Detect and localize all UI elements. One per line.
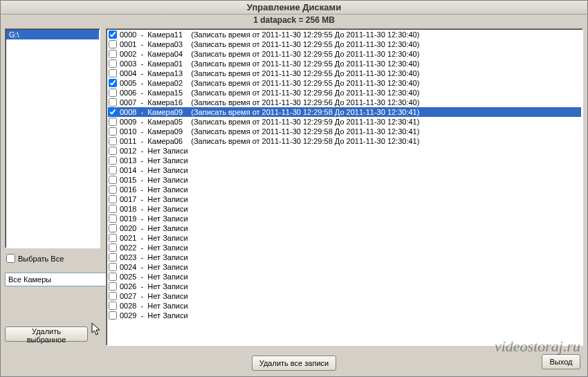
exit-button[interactable]: Выход [542, 354, 580, 369]
list-item[interactable]: 0024 - Нет Записи [108, 262, 581, 272]
row-checkbox[interactable] [109, 30, 117, 39]
row-text: 0010 - Камера09 (Записать время от 2011-… [120, 127, 419, 136]
row-text: 0017 - Нет Записи [120, 194, 188, 204]
list-item[interactable]: 0009 - Камера05 (Записать время от 2011-… [108, 117, 581, 127]
select-all-input[interactable] [6, 254, 15, 263]
list-item[interactable]: 0020 - Нет Записи [108, 223, 581, 233]
row-text: 0011 - Камера06 (Записать время от 2011-… [120, 136, 419, 146]
drive-item[interactable]: G:\ [6, 30, 99, 39]
list-item[interactable]: 0006 - Камера15 (Записать время от 2011-… [108, 88, 581, 98]
drive-listbox[interactable]: G:\ [5, 28, 100, 248]
bottom-bar: Удалить все записи Выход videostoraj.ru [1, 350, 587, 376]
row-checkbox[interactable] [109, 282, 117, 291]
row-checkbox[interactable] [109, 89, 117, 97]
row-checkbox[interactable] [109, 127, 117, 136]
list-item[interactable]: 0018 - Нет Записи [108, 204, 581, 214]
row-checkbox[interactable] [109, 205, 117, 213]
row-text: 0007 - Камера16 (Записать время от 2011-… [120, 98, 419, 107]
list-item[interactable]: 0026 - Нет Записи [108, 282, 581, 291]
row-checkbox[interactable] [109, 224, 117, 232]
row-checkbox[interactable] [109, 166, 117, 174]
list-item[interactable]: 0029 - Нет Записи [108, 311, 581, 320]
row-checkbox[interactable] [109, 311, 117, 320]
row-checkbox[interactable] [109, 195, 117, 203]
camera-filter-combo[interactable] [5, 273, 100, 286]
row-text: 0019 - Нет Записи [120, 214, 188, 223]
list-item[interactable]: 0007 - Камера16 (Записать время от 2011-… [108, 98, 581, 107]
list-item[interactable]: 0004 - Камера13 (Записать время от 2011-… [108, 68, 581, 78]
window-title: Управление Дисками [1, 1, 587, 15]
row-checkbox[interactable] [109, 292, 117, 300]
delete-all-button[interactable]: Удалить все записи [252, 356, 336, 371]
row-checkbox[interactable] [109, 253, 117, 261]
row-checkbox[interactable] [109, 147, 117, 155]
row-text: 0023 - Нет Записи [120, 252, 188, 262]
row-checkbox[interactable] [109, 273, 117, 281]
list-item[interactable]: 0005 - Камера02 (Записать время от 2011-… [108, 78, 581, 88]
row-text: 0003 - Камера01 (Записать время от 2011-… [120, 59, 419, 68]
row-text: 0022 - Нет Записи [120, 243, 188, 252]
row-text: 0025 - Нет Записи [120, 272, 188, 282]
row-checkbox[interactable] [109, 243, 117, 252]
list-item[interactable]: 0015 - Нет Записи [108, 175, 581, 185]
list-item[interactable]: 0017 - Нет Записи [108, 194, 581, 204]
row-text: 0002 - Камера04 (Записать время от 2011-… [120, 49, 419, 59]
list-item[interactable]: 0003 - Камера01 (Записать время от 2011-… [108, 59, 581, 68]
row-checkbox[interactable] [109, 69, 117, 77]
recordings-listbox[interactable]: 0000 - Камера11 (Записать время от 2011-… [106, 28, 583, 346]
row-checkbox[interactable] [109, 98, 117, 107]
row-checkbox[interactable] [109, 40, 117, 48]
select-all-checkbox[interactable]: Выбрать Все [6, 254, 99, 263]
row-checkbox[interactable] [109, 50, 117, 58]
row-text: 0001 - Камера03 (Записать время от 2011-… [120, 39, 419, 49]
row-checkbox[interactable] [109, 59, 117, 68]
list-item[interactable]: 0014 - Нет Записи [108, 165, 581, 175]
row-text: 0014 - Нет Записи [120, 165, 188, 175]
list-item[interactable]: 0023 - Нет Записи [108, 252, 581, 262]
row-text: 0028 - Нет Записи [120, 301, 188, 311]
list-item[interactable]: 0002 - Камера04 (Записать время от 2011-… [108, 49, 581, 59]
right-panel: 0000 - Камера11 (Записать время от 2011-… [106, 28, 583, 346]
list-item[interactable]: 0000 - Камера11 (Записать время от 2011-… [108, 30, 581, 39]
row-checkbox[interactable] [109, 156, 117, 165]
row-text: 0021 - Нет Записи [120, 233, 188, 243]
row-checkbox[interactable] [109, 185, 117, 194]
row-text: 0016 - Нет Записи [120, 185, 188, 194]
list-item[interactable]: 0001 - Камера03 (Записать время от 2011-… [108, 39, 581, 49]
list-item[interactable]: 0028 - Нет Записи [108, 301, 581, 311]
row-checkbox[interactable] [109, 302, 117, 310]
select-all-label: Выбрать Все [18, 255, 64, 263]
list-item[interactable]: 0008 - Камера09 (Записать время от 2011-… [108, 107, 581, 117]
list-item[interactable]: 0016 - Нет Записи [108, 185, 581, 194]
row-text: 0006 - Камера15 (Записать время от 2011-… [120, 88, 419, 98]
row-checkbox[interactable] [109, 234, 117, 242]
row-checkbox[interactable] [109, 176, 117, 184]
list-item[interactable]: 0012 - Нет Записи [108, 146, 581, 156]
row-text: 0029 - Нет Записи [120, 311, 188, 320]
row-text: 0004 - Камера13 (Записать время от 2011-… [120, 68, 419, 78]
row-text: 0008 - Камера09 (Записать время от 2011-… [120, 107, 419, 117]
row-text: 0027 - Нет Записи [120, 291, 188, 301]
disk-management-window: Управление Дисками 1 datapack = 256 MB G… [0, 0, 588, 377]
list-item[interactable]: 0027 - Нет Записи [108, 291, 581, 301]
row-text: 0026 - Нет Записи [120, 282, 188, 291]
row-checkbox[interactable] [109, 108, 117, 116]
delete-selected-button[interactable]: Удалить выбранное [5, 327, 88, 342]
row-checkbox[interactable] [109, 214, 117, 223]
list-item[interactable]: 0019 - Нет Записи [108, 214, 581, 223]
row-checkbox[interactable] [109, 137, 117, 145]
row-text: 0018 - Нет Записи [120, 204, 188, 214]
row-text: 0015 - Нет Записи [120, 175, 188, 185]
list-item[interactable]: 0013 - Нет Записи [108, 156, 581, 165]
list-item[interactable]: 0011 - Камера06 (Записать время от 2011-… [108, 136, 581, 146]
camera-filter-value[interactable] [5, 273, 107, 286]
row-checkbox[interactable] [109, 79, 117, 87]
list-item[interactable]: 0025 - Нет Записи [108, 272, 581, 282]
row-text: 0013 - Нет Записи [120, 156, 188, 165]
list-item[interactable]: 0021 - Нет Записи [108, 233, 581, 243]
list-item[interactable]: 0010 - Камера09 (Записать время от 2011-… [108, 127, 581, 136]
row-checkbox[interactable] [109, 263, 117, 271]
list-item[interactable]: 0022 - Нет Записи [108, 243, 581, 252]
row-checkbox[interactable] [109, 118, 117, 126]
row-text: 0009 - Камера05 (Записать время от 2011-… [120, 117, 419, 127]
